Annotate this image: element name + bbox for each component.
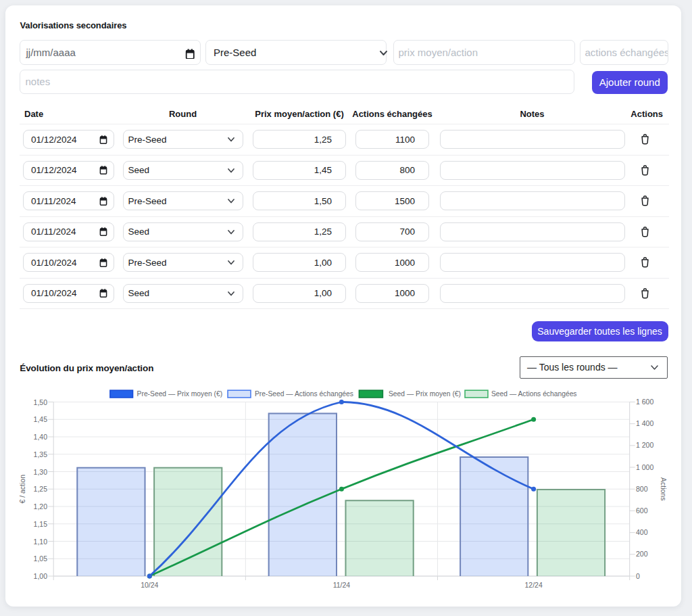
svg-text:Seed — Actions échangées: Seed — Actions échangées [491, 390, 577, 398]
svg-text:1,25: 1,25 [34, 485, 48, 493]
svg-text:Seed — Prix moyen (€): Seed — Prix moyen (€) [389, 390, 461, 398]
svg-text:1 400: 1 400 [636, 419, 653, 427]
svg-text:Pre-Seed — Prix moyen (€): Pre-Seed — Prix moyen (€) [137, 390, 222, 398]
svg-text:1,10: 1,10 [34, 538, 48, 546]
svg-text:1,20: 1,20 [34, 502, 48, 511]
svg-text:1,15: 1,15 [34, 520, 48, 528]
svg-text:Pre-Seed — Actions échangées: Pre-Seed — Actions échangées [255, 390, 353, 398]
svg-text:1 200: 1 200 [636, 441, 653, 449]
svg-text:1,35: 1,35 [34, 450, 48, 458]
svg-text:12/24: 12/24 [524, 581, 542, 589]
svg-text:1 600: 1 600 [636, 398, 653, 406]
svg-text:800: 800 [636, 485, 648, 493]
svg-text:1,50: 1,50 [34, 398, 48, 406]
svg-text:1,00: 1,00 [34, 572, 48, 580]
svg-text:1 000: 1 000 [636, 463, 653, 471]
svg-text:600: 600 [636, 506, 648, 515]
svg-text:1,05: 1,05 [34, 554, 48, 563]
svg-text:11/24: 11/24 [333, 581, 351, 589]
svg-text:1,30: 1,30 [34, 468, 48, 476]
svg-text:€ / action: € / action [18, 475, 26, 504]
svg-text:10/24: 10/24 [141, 581, 158, 589]
svg-text:0: 0 [636, 572, 640, 580]
svg-text:1,40: 1,40 [34, 433, 48, 441]
svg-text:1,45: 1,45 [34, 415, 48, 423]
svg-text:Actions: Actions [660, 477, 668, 500]
svg-text:200: 200 [636, 550, 648, 558]
svg-text:400: 400 [636, 528, 648, 536]
